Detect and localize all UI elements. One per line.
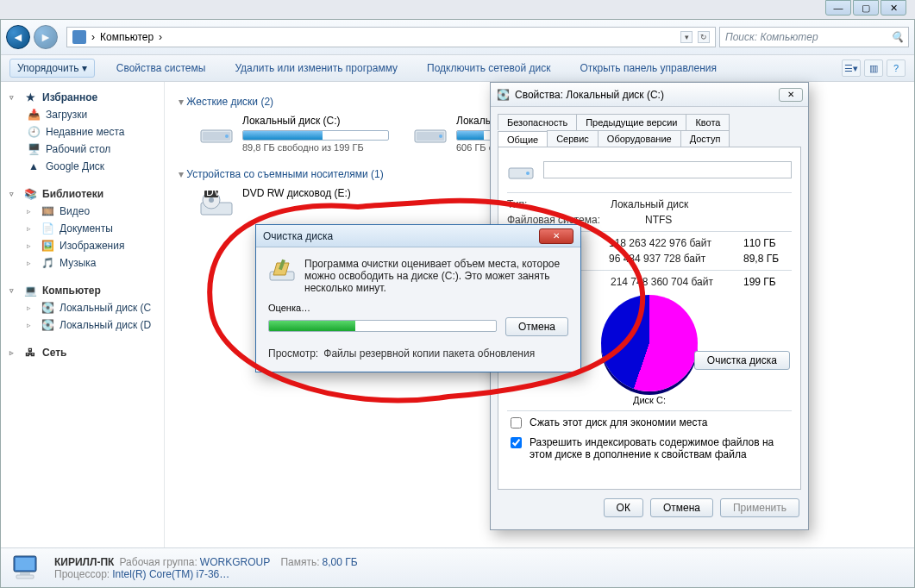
recent-icon: 🕘 [27, 125, 41, 139]
cleanup-cancel-button[interactable]: Отмена [505, 317, 568, 336]
free-gb: 89,8 ГБ [743, 253, 792, 265]
refresh-icon[interactable]: ↻ [698, 31, 710, 43]
pie-caption: Диск C: [507, 395, 792, 405]
system-properties-button[interactable]: Свойства системы [109, 59, 214, 78]
cpu-value: Intel(R) Core(TM) i7-36… [112, 568, 229, 580]
computer-header[interactable]: ▿💻Компьютер [4, 282, 160, 299]
drive-icon: 💽 [41, 318, 54, 332]
back-button[interactable]: ◄ [6, 25, 30, 49]
map-network-drive-button[interactable]: Подключить сетевой диск [419, 59, 558, 78]
sidebar-item-drive-d[interactable]: ▹💽Локальный диск (D [4, 316, 160, 334]
svg-rect-14 [16, 575, 34, 579]
drive-c-label: Локальный диск (C:) [242, 115, 389, 127]
forward-button[interactable]: ► [34, 25, 58, 49]
disk-cleanup-dialog: Очистка диска ✕ Программа очистки оценив… [255, 224, 581, 372]
properties-title: Свойства: Локальный диск (C:) [515, 89, 664, 101]
sidebar-item-videos[interactable]: ▹🎞️Видео [4, 203, 160, 220]
properties-titlebar[interactable]: 💽 Свойства: Локальный диск (C:) ✕ [491, 83, 808, 107]
compress-checkbox[interactable]: Сжать этот диск для экономии места [507, 416, 792, 431]
drive-c[interactable]: Локальный диск (C:) 89,8 ГБ свободно из … [199, 115, 389, 153]
sidebar-item-pictures[interactable]: ▹🖼️Изображения [4, 237, 160, 254]
command-bar: Упорядочить ▾ Свойства системы Удалить и… [1, 55, 914, 82]
capacity-bytes: 214 748 360 704 байт [611, 276, 713, 288]
tab-general[interactable]: Общие [498, 131, 548, 147]
address-location: Компьютер [100, 31, 154, 43]
search-input[interactable]: Поиск: Компьютер 🔍 [719, 27, 909, 47]
tab-quota[interactable]: Квота [686, 114, 730, 130]
music-icon: 🎵 [41, 256, 54, 270]
minimize-button[interactable]: — [825, 0, 851, 16]
ok-button[interactable]: ОК [604, 498, 643, 517]
dvd-drive-icon: DVD [199, 187, 234, 222]
navigation-bar: ◄ ► › Компьютер › ▾ ↻ Поиск: Компьютер 🔍 [1, 20, 914, 55]
libraries-header[interactable]: ▿📚Библиотеки [4, 185, 160, 203]
free-bytes: 96 484 937 728 байт [609, 253, 705, 265]
sidebar-item-downloads[interactable]: 📥Загрузки [4, 106, 160, 123]
hard-drive-icon [413, 115, 448, 149]
details-pane: КИРИЛЛ-ПК Рабочая группа: WORKGROUP Памя… [1, 547, 914, 587]
drive-type-value: Локальный диск [611, 198, 688, 210]
capacity-gb: 199 ГБ [743, 276, 792, 288]
drive-c-usage-bar [242, 130, 389, 141]
sidebar-item-documents[interactable]: ▹📄Документы [4, 220, 160, 237]
sidebar-item-google-drive[interactable]: ▲Google Диск [4, 158, 160, 175]
apply-button[interactable]: Применить [720, 498, 799, 517]
tab-security[interactable]: Безопасность [498, 114, 577, 130]
sidebar-item-music[interactable]: ▹🎵Музыка [4, 254, 160, 272]
search-icon: 🔍 [891, 31, 903, 43]
tab-previous-versions[interactable]: Предыдущие версии [576, 114, 686, 130]
drive-icon: 💽 [496, 88, 510, 102]
svg-point-5 [439, 134, 442, 138]
system-window-controls: — ▢ ✕ [825, 0, 906, 19]
properties-close-button[interactable]: ✕ [779, 88, 803, 102]
address-sep: › [91, 31, 95, 43]
svg-point-16 [526, 172, 530, 175]
svg-rect-12 [16, 558, 34, 570]
computer-large-icon [11, 554, 44, 583]
tab-sharing[interactable]: Доступ [680, 130, 730, 147]
network-icon: 🖧 [23, 346, 37, 360]
maximize-button[interactable]: ▢ [853, 0, 879, 16]
organize-button[interactable]: Упорядочить ▾ [9, 59, 95, 78]
sidebar-item-desktop[interactable]: 🖥️Рабочий стол [4, 141, 160, 158]
search-placeholder: Поиск: Компьютер [725, 31, 818, 43]
cleanup-titlebar[interactable]: Очистка диска ✕ [256, 225, 580, 247]
workgroup-value: WORKGROUP [200, 556, 270, 568]
close-button[interactable]: ✕ [881, 0, 906, 16]
cleanup-scan-target: Файлы резервной копии пакета обновления [323, 347, 535, 360]
help-button[interactable]: ? [887, 59, 906, 77]
favorites-header[interactable]: ▿★Избранное [4, 89, 160, 106]
pictures-icon: 🖼️ [41, 239, 54, 253]
cleanup-close-button[interactable]: ✕ [539, 228, 573, 244]
network-header[interactable]: ▹🖧Сеть [4, 344, 160, 361]
view-controls: ☰▾ ▥ ? [842, 59, 906, 77]
uninstall-program-button[interactable]: Удалить или изменить программу [227, 59, 405, 78]
preview-pane-button[interactable]: ▥ [864, 59, 883, 77]
hard-drive-icon [199, 115, 234, 149]
tab-tools[interactable]: Сервис [547, 130, 599, 147]
address-dropdown-icon[interactable]: ▾ [680, 31, 693, 43]
indexing-checkbox[interactable]: Разрешить индексировать содержимое файло… [507, 436, 792, 460]
dvd-drive[interactable]: DVD DVD RW дисковод (E:) [199, 187, 351, 222]
documents-icon: 📄 [41, 222, 54, 235]
svg-text:DVD: DVD [206, 187, 229, 198]
disk-cleanup-button[interactable]: Очистка диска [694, 351, 790, 370]
desktop-icon: 🖥️ [27, 142, 41, 156]
properties-footer: ОК Отмена Применить [491, 490, 808, 526]
drive-label-input[interactable] [543, 161, 792, 178]
sidebar-item-drive-c[interactable]: ▹💽Локальный диск (C [4, 299, 160, 316]
tab-hardware[interactable]: Оборудование [598, 130, 681, 147]
navigation-pane: ▿★Избранное 📥Загрузки 🕘Недавние места 🖥️… [1, 82, 165, 558]
cancel-button[interactable]: Отмена [650, 498, 713, 517]
disk-usage-pie [601, 295, 698, 391]
sidebar-item-recent[interactable]: 🕘Недавние места [4, 123, 160, 141]
drive-c-free-text: 89,8 ГБ свободно из 199 ГБ [242, 142, 389, 153]
gdrive-icon: ▲ [27, 160, 41, 173]
computer-icon [72, 30, 86, 44]
dvd-label: DVD RW дисковод (E:) [242, 187, 351, 199]
control-panel-button[interactable]: Открыть панель управления [572, 59, 724, 78]
view-mode-button[interactable]: ☰▾ [842, 59, 861, 77]
used-bytes: 118 263 422 976 байт [609, 237, 711, 249]
address-bar[interactable]: › Компьютер › ▾ ↻ [66, 27, 716, 47]
downloads-icon: 📥 [27, 108, 41, 122]
